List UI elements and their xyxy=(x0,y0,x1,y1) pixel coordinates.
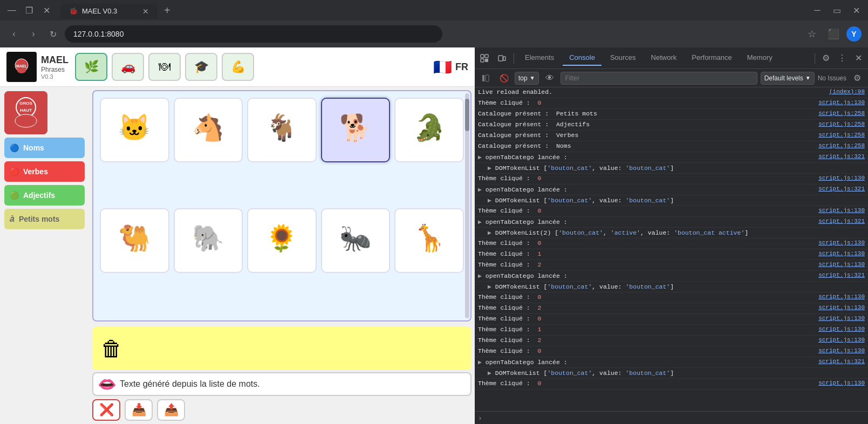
svg-text:🐜: 🐜 xyxy=(339,223,372,254)
log-entry: ▶ openTabCatego lancée : script.js:321 xyxy=(475,184,868,195)
console-log[interactable]: Live reload enabled. (index):98 Thème cl… xyxy=(475,87,868,411)
catalog-item-cat[interactable]: 🐱 xyxy=(100,98,169,162)
devtools-more-button[interactable]: ⋮ xyxy=(835,51,850,66)
no-issues-button[interactable]: No Issues xyxy=(818,74,846,82)
log-source[interactable]: script.js:321 xyxy=(818,153,865,160)
console-filter-input[interactable] xyxy=(561,72,757,85)
devtools-subbar: 🚫 top ▼ 👁 Default levels ▼ No Issues ⚙ xyxy=(475,69,868,87)
tab-close-button[interactable]: ✕ xyxy=(142,7,149,16)
catalog-item-horse[interactable]: 🐴 xyxy=(174,98,243,162)
log-source[interactable]: script.js:130 xyxy=(818,337,865,343)
profile-button[interactable]: Y xyxy=(846,26,862,42)
catalog-item-dog[interactable]: 🐕 xyxy=(321,98,391,162)
log-source[interactable]: script.js:130 xyxy=(818,293,865,300)
catalog-item-croc[interactable]: 🐊 xyxy=(394,98,464,162)
log-source[interactable]: script.js:130 xyxy=(818,347,865,354)
log-source[interactable]: script.js:258 xyxy=(818,142,865,149)
theme-tab-transport[interactable]: 🚗 xyxy=(112,53,144,81)
noms-label: Noms xyxy=(23,143,44,152)
sidebar-btn-verbes[interactable]: 🔴 Verbes xyxy=(4,161,85,182)
catalog-item-elephant[interactable]: 🐘 xyxy=(174,208,243,273)
console-settings-button[interactable]: ⚙ xyxy=(850,71,865,86)
svg-rect-26 xyxy=(486,75,489,81)
log-text: Catalogue présent : Verbes xyxy=(478,132,814,139)
devtools-inspect-button[interactable] xyxy=(477,51,492,66)
devtools-tab-elements[interactable]: Elements xyxy=(518,50,561,66)
context-selector[interactable]: top ▼ xyxy=(515,72,539,85)
window-minimize-button[interactable]: — xyxy=(4,3,19,18)
export-button[interactable]: 📤 xyxy=(157,399,185,421)
devtools-tab-network[interactable]: Network xyxy=(645,50,684,66)
reload-button[interactable]: ↻ xyxy=(45,26,60,42)
log-text: Live reload enabled. xyxy=(478,88,825,95)
browser-tab-mael[interactable]: 🐞 MAEL V0.3 ✕ xyxy=(60,4,158,19)
window-close-btn[interactable]: ✕ xyxy=(849,3,864,18)
log-source[interactable]: script.js:130 xyxy=(818,207,865,214)
theme-tab-nature[interactable]: 🌿 xyxy=(75,53,107,81)
log-source[interactable]: script.js:321 xyxy=(818,186,865,192)
log-source[interactable]: script.js:130 xyxy=(818,315,865,322)
catalog-scrollbar[interactable] xyxy=(465,93,469,318)
sidebar-btn-noms[interactable]: 🔵 Noms xyxy=(4,138,85,158)
log-source[interactable]: script.js:130 xyxy=(818,326,865,332)
catalog-item-giraffe[interactable]: 🦒 xyxy=(394,208,464,273)
log-source[interactable]: script.js:130 xyxy=(818,99,865,106)
window-maximize-btn[interactable]: ▭ xyxy=(829,3,844,18)
log-text: Thème cliqué : 0 xyxy=(478,175,814,182)
log-levels-selector[interactable]: Default levels ▼ xyxy=(761,72,815,85)
log-entry: Thème cliqué : 1 script.js:130 xyxy=(475,249,868,260)
window-restore-button[interactable]: ❐ xyxy=(22,3,37,18)
devtools-tab-sources[interactable]: Sources xyxy=(604,50,643,66)
log-source[interactable]: script.js:130 xyxy=(818,380,865,386)
back-button[interactable]: ‹ xyxy=(6,26,22,42)
log-text: ▶ DOMTokenList(2) ['bouton_cat', 'active… xyxy=(488,229,860,236)
log-source[interactable]: script.js:258 xyxy=(818,110,865,117)
log-source[interactable]: script.js:130 xyxy=(818,250,865,257)
devtools-tab-memory[interactable]: Memory xyxy=(741,50,779,66)
catalog-item-ant[interactable]: 🐜 xyxy=(321,208,391,273)
log-source[interactable]: script.js:321 xyxy=(818,272,865,278)
new-tab-button[interactable]: + xyxy=(160,2,175,19)
console-clear-button[interactable]: 🚫 xyxy=(496,71,511,86)
catalog-item-flower[interactable]: 🌻 xyxy=(247,208,317,273)
sidebar-btn-adjectifs[interactable]: 🟢 Adjectifs xyxy=(4,185,85,206)
theme-tab-food[interactable]: 🍽 xyxy=(148,53,181,81)
console-sidebar-toggle[interactable] xyxy=(478,71,493,86)
log-source[interactable]: script.js:321 xyxy=(818,218,865,224)
log-entry: ▶ openTabCatego lancée : script.js:321 xyxy=(475,357,868,368)
log-text: ▶ DOMTokenList ['bouton_cat', value: 'bo… xyxy=(488,196,860,204)
theme-tab-sport[interactable]: 💪 xyxy=(222,53,254,81)
svg-rect-22 xyxy=(485,59,488,62)
window-minimize-btn[interactable]: ─ xyxy=(810,3,825,18)
log-entry: Catalogue présent : Petits mots script.j… xyxy=(475,109,868,120)
sidebar-btn-petits-mots[interactable]: à Petits mots xyxy=(4,209,85,229)
import-button[interactable]: 📥 xyxy=(125,399,153,421)
catalog-item-goat[interactable]: 🐐 xyxy=(247,98,317,162)
log-source[interactable]: script.js:321 xyxy=(818,358,865,365)
log-source[interactable]: script.js:130 xyxy=(818,261,865,268)
clear-button[interactable]: ❌ xyxy=(92,399,120,421)
theme-tab-school[interactable]: 🎓 xyxy=(185,53,217,81)
devtools-tab-console[interactable]: Console xyxy=(563,50,602,66)
address-input[interactable] xyxy=(65,25,442,43)
log-source[interactable]: (index):98 xyxy=(829,88,865,95)
window-close-button[interactable]: ✕ xyxy=(39,3,54,18)
log-source[interactable]: script.js:130 xyxy=(818,175,865,181)
svg-rect-25 xyxy=(482,75,484,81)
toolbar-divider xyxy=(514,53,514,64)
console-eye-button[interactable]: 👁 xyxy=(542,71,557,86)
devtools-settings-button[interactable]: ⚙ xyxy=(818,51,833,66)
log-source[interactable]: script.js:258 xyxy=(818,121,865,127)
catalog-item-camel[interactable]: 🐫 xyxy=(100,208,169,273)
devtools-close-button[interactable]: ✕ xyxy=(851,51,866,66)
forward-button[interactable]: › xyxy=(26,26,41,42)
log-source[interactable]: script.js:130 xyxy=(818,304,865,311)
bookmark-button[interactable]: ☆ xyxy=(803,25,821,43)
log-source[interactable]: script.js:258 xyxy=(818,132,865,138)
log-source[interactable]: script.js:130 xyxy=(818,240,865,246)
log-entry: Thème cliqué : 0 script.js:130 xyxy=(475,379,868,389)
devtools-device-button[interactable] xyxy=(494,51,509,66)
extensions-button[interactable]: ⬛ xyxy=(825,25,842,43)
catalog-scrollbar-thumb[interactable] xyxy=(465,99,469,131)
devtools-tab-performance[interactable]: Performance xyxy=(685,50,738,66)
